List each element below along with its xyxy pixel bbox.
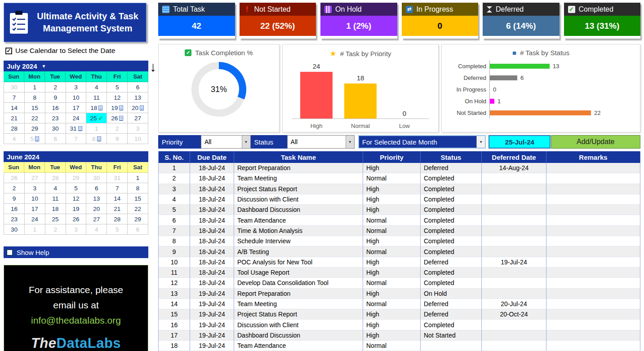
calendar-day[interactable]: 8	[128, 183, 148, 193]
calendar-day[interactable]: 5	[25, 134, 45, 144]
calendar-day[interactable]: 7	[4, 92, 25, 103]
calendar-day[interactable]: 30	[45, 123, 66, 134]
calendar-day[interactable]: 29	[128, 214, 148, 224]
calendar-day[interactable]: 4	[86, 82, 107, 92]
calendar-day[interactable]: 9	[4, 193, 25, 204]
calendar-day[interactable]: 10	[66, 92, 87, 103]
calendar-day[interactable]: 19	[66, 204, 87, 214]
calendar-day[interactable]: 8	[25, 92, 45, 103]
calendar-day[interactable]: 25✓	[86, 113, 107, 123]
calendar-day[interactable]: 7	[107, 183, 128, 193]
calendar-day[interactable]: 11	[45, 193, 66, 204]
calendar-day[interactable]: 9	[107, 134, 128, 144]
checkbox-checked-icon[interactable]: ✓	[5, 48, 12, 54]
calendar-day[interactable]: 1	[25, 224, 45, 235]
calendar-day[interactable]: 24	[66, 113, 87, 123]
date-month-filter-dropdown[interactable]: For Selected Date Month ▼	[358, 135, 486, 149]
calendar-day[interactable]: 4	[4, 134, 25, 144]
calendar-day[interactable]: 3	[25, 183, 45, 193]
calendar-day[interactable]: 22	[25, 113, 45, 123]
calendar-day[interactable]: 18	[45, 204, 66, 214]
calendar-day[interactable]: 31	[66, 123, 87, 134]
calendar-day[interactable]: 4	[86, 224, 107, 235]
use-calendar-toggle[interactable]: ✓ Use Calendar to Select the Date	[5, 47, 115, 55]
calendar-month-selector[interactable]: July 2024 ▼	[4, 61, 148, 71]
table-row[interactable]: 2 18-Jul-24 Team Meeting Normal Complete…	[159, 173, 640, 184]
table-row[interactable]: 14 19-Jul-24 Team Meeting Normal Deferre…	[159, 299, 640, 309]
calendar-day[interactable]: 25	[45, 214, 66, 224]
priority-filter-dropdown[interactable]: All ▼	[201, 135, 251, 149]
table-row[interactable]: 17 19-Jul-24 Dashboard Discussion High N…	[159, 330, 640, 341]
calendar-day[interactable]: 28	[4, 123, 25, 134]
calendar-day[interactable]: 1	[25, 82, 45, 92]
calendar-day[interactable]: 27	[128, 113, 148, 123]
calendar-day[interactable]: 4	[45, 183, 66, 193]
calendar-day[interactable]: 27	[25, 173, 45, 183]
calendar-day[interactable]: 10	[25, 193, 45, 204]
calendar-day[interactable]: 9	[45, 92, 66, 103]
calendar-day[interactable]: 10	[128, 134, 148, 144]
calendar-day[interactable]: 15	[128, 193, 148, 204]
calendar-day[interactable]: 3	[66, 224, 87, 235]
calendar-day[interactable]: 23	[4, 214, 25, 224]
calendar-day[interactable]: 16	[4, 204, 25, 214]
status-filter-dropdown[interactable]: All ▼	[287, 135, 355, 149]
calendar-day[interactable]: 30	[86, 173, 107, 183]
calendar-day[interactable]: 26	[66, 214, 87, 224]
calendar-day[interactable]: 26	[107, 113, 128, 123]
show-help-toggle[interactable]: Show Help	[4, 246, 148, 258]
calendar-day[interactable]: 30	[4, 224, 25, 235]
calendar-day[interactable]: 26	[4, 173, 25, 183]
table-row[interactable]: 16 19-Jul-24 Discussion with Client High…	[159, 320, 640, 330]
table-row[interactable]: 6 18-Jul-24 Team Attendance Normal Compl…	[159, 215, 640, 225]
calendar-day[interactable]: 1	[86, 123, 107, 134]
table-row[interactable]: 11 18-Jul-24 Tool Usage Report High Comp…	[159, 268, 640, 278]
calendar-day[interactable]: 29	[66, 173, 87, 183]
add-update-button[interactable]: Add/Update	[551, 135, 641, 149]
calendar-day[interactable]: 5	[66, 183, 87, 193]
checkbox-unchecked-icon[interactable]	[6, 249, 13, 256]
calendar-day[interactable]: 22	[128, 204, 148, 214]
calendar-day[interactable]: 15	[25, 103, 45, 113]
calendar-day[interactable]: 11	[86, 92, 107, 103]
table-row[interactable]: 7 18-Jul-24 Time & Motion Analysis Norma…	[159, 226, 640, 236]
calendar-day[interactable]: 14	[4, 103, 25, 113]
calendar-day[interactable]: 8	[86, 134, 107, 144]
calendar-day[interactable]: 2	[45, 82, 66, 92]
calendar-day[interactable]: 18	[86, 103, 107, 113]
calendar-day[interactable]: 2	[107, 123, 128, 134]
calendar-day[interactable]: 27	[86, 214, 107, 224]
table-row[interactable]: 9 18-Jul-24 A/B Testing Normal Completed	[159, 246, 640, 257]
calendar-day[interactable]: 23	[45, 113, 66, 123]
calendar-day[interactable]: 20	[86, 204, 107, 214]
calendar-day[interactable]: 28	[45, 173, 66, 183]
calendar-day[interactable]: 28	[107, 214, 128, 224]
month-dropdown-icon[interactable]: ▼	[42, 64, 46, 69]
selected-date-field[interactable]: 25-Jul-24	[489, 135, 551, 149]
table-row[interactable]: 3 18-Jul-24 Project Status Report High C…	[159, 184, 640, 194]
calendar-day[interactable]: 6	[128, 224, 148, 235]
table-row[interactable]: 12 18-Jul-24 Develop Data Consolidation …	[159, 278, 640, 288]
dropdown-arrow-icon[interactable]: ▼	[242, 136, 250, 148]
calendar-day[interactable]: 13	[86, 193, 107, 204]
calendar-day[interactable]: 21	[4, 113, 25, 123]
calendar-day[interactable]: 20	[128, 103, 148, 113]
calendar-day[interactable]: 21	[107, 204, 128, 214]
table-row[interactable]: 1 18-Jul-24 Report Preparation High Defe…	[159, 163, 640, 173]
calendar-day[interactable]: 31	[107, 173, 128, 183]
calendar-day[interactable]: 2	[4, 183, 25, 193]
calendar-day[interactable]: 7	[66, 134, 87, 144]
calendar-day[interactable]: 13	[128, 92, 148, 103]
calendar-day[interactable]: 12	[66, 193, 87, 204]
table-row[interactable]: 10 18-Jul-24 POC Analysis for New Tool H…	[159, 257, 640, 268]
calendar-day[interactable]: 3	[128, 123, 148, 134]
calendar-day[interactable]: 3	[66, 82, 87, 92]
dropdown-arrow-icon[interactable]: ▼	[346, 136, 354, 148]
calendar-day[interactable]: 30	[4, 82, 25, 92]
table-row[interactable]: 18 19-Jul-24 Team Attendance Normal	[159, 341, 640, 351]
calendar-day[interactable]: 6	[45, 134, 66, 144]
calendar-day[interactable]: 1	[128, 173, 148, 183]
calendar-day[interactable]: 6	[128, 82, 148, 92]
table-row[interactable]: 15 19-Jul-24 Project Status Report High …	[159, 309, 640, 320]
calendar-day[interactable]: 12	[107, 92, 128, 103]
